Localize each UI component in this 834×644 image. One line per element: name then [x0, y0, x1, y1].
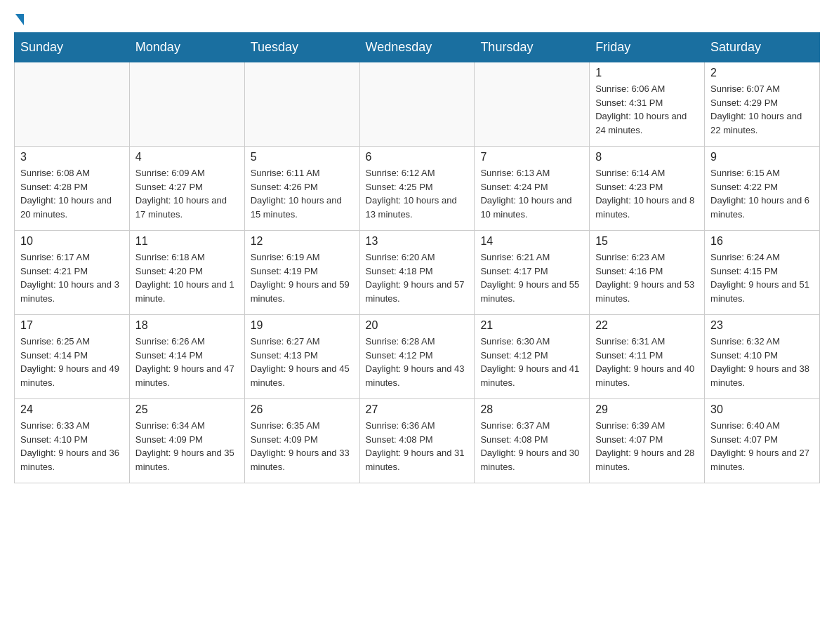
logo — [14, 14, 24, 25]
calendar-cell: 24Sunrise: 6:33 AMSunset: 4:10 PMDayligh… — [15, 399, 130, 483]
calendar-cell: 13Sunrise: 6:20 AMSunset: 4:18 PMDayligh… — [359, 231, 475, 315]
week-row-2: 3Sunrise: 6:08 AMSunset: 4:28 PMDaylight… — [15, 147, 820, 231]
day-info: Sunrise: 6:34 AMSunset: 4:09 PMDaylight:… — [135, 419, 239, 474]
calendar-cell: 4Sunrise: 6:09 AMSunset: 4:27 PMDaylight… — [129, 147, 244, 231]
calendar-cell: 21Sunrise: 6:30 AMSunset: 4:12 PMDayligh… — [475, 315, 590, 399]
day-info: Sunrise: 6:30 AMSunset: 4:12 PMDaylight:… — [480, 335, 583, 389]
weekday-header-wednesday: Wednesday — [359, 33, 475, 62]
day-info: Sunrise: 6:11 AMSunset: 4:26 PMDaylight:… — [251, 166, 354, 221]
week-row-5: 24Sunrise: 6:33 AMSunset: 4:10 PMDayligh… — [15, 399, 820, 483]
calendar-table: SundayMondayTuesdayWednesdayThursdayFrid… — [14, 32, 820, 483]
calendar-cell: 7Sunrise: 6:13 AMSunset: 4:24 PMDaylight… — [475, 147, 590, 231]
day-number: 2 — [710, 67, 814, 79]
weekday-header-friday: Friday — [590, 33, 705, 62]
calendar-cell: 20Sunrise: 6:28 AMSunset: 4:12 PMDayligh… — [359, 315, 475, 399]
weekday-header-monday: Monday — [129, 33, 244, 62]
day-info: Sunrise: 6:09 AMSunset: 4:27 PMDaylight:… — [135, 166, 239, 221]
calendar-cell: 12Sunrise: 6:19 AMSunset: 4:19 PMDayligh… — [244, 231, 359, 315]
day-number: 23 — [710, 319, 814, 332]
day-info: Sunrise: 6:31 AMSunset: 4:11 PMDaylight:… — [595, 335, 699, 389]
day-number: 17 — [20, 319, 124, 332]
calendar-cell: 11Sunrise: 6:18 AMSunset: 4:20 PMDayligh… — [129, 231, 244, 315]
calendar-cell — [359, 62, 475, 147]
day-info: Sunrise: 6:32 AMSunset: 4:10 PMDaylight:… — [710, 335, 814, 389]
day-info: Sunrise: 6:36 AMSunset: 4:08 PMDaylight:… — [366, 419, 469, 474]
calendar-cell: 29Sunrise: 6:39 AMSunset: 4:07 PMDayligh… — [590, 399, 705, 483]
calendar-cell: 27Sunrise: 6:36 AMSunset: 4:08 PMDayligh… — [359, 399, 475, 483]
calendar-cell: 16Sunrise: 6:24 AMSunset: 4:15 PMDayligh… — [705, 231, 820, 315]
day-number: 18 — [135, 319, 239, 332]
day-info: Sunrise: 6:35 AMSunset: 4:09 PMDaylight:… — [251, 419, 354, 474]
day-number: 4 — [135, 151, 239, 163]
calendar-cell: 14Sunrise: 6:21 AMSunset: 4:17 PMDayligh… — [475, 231, 590, 315]
calendar-cell: 2Sunrise: 6:07 AMSunset: 4:29 PMDaylight… — [705, 62, 820, 147]
day-number: 28 — [480, 403, 583, 416]
day-info: Sunrise: 6:19 AMSunset: 4:19 PMDaylight:… — [251, 250, 354, 305]
day-info: Sunrise: 6:33 AMSunset: 4:10 PMDaylight:… — [20, 419, 124, 474]
calendar-cell — [475, 62, 590, 147]
day-number: 14 — [480, 235, 583, 248]
day-number: 16 — [710, 235, 814, 248]
day-info: Sunrise: 6:08 AMSunset: 4:28 PMDaylight:… — [20, 166, 124, 221]
day-info: Sunrise: 6:12 AMSunset: 4:25 PMDaylight:… — [366, 166, 469, 221]
day-info: Sunrise: 6:13 AMSunset: 4:24 PMDaylight:… — [480, 166, 583, 221]
calendar-cell: 6Sunrise: 6:12 AMSunset: 4:25 PMDaylight… — [359, 147, 475, 231]
day-number: 26 — [251, 403, 354, 416]
weekday-header-sunday: Sunday — [15, 33, 130, 62]
day-number: 22 — [595, 319, 699, 332]
week-row-1: 1Sunrise: 6:06 AMSunset: 4:31 PMDaylight… — [15, 62, 820, 147]
weekday-header-saturday: Saturday — [705, 33, 820, 62]
day-number: 1 — [595, 67, 699, 79]
day-info: Sunrise: 6:17 AMSunset: 4:21 PMDaylight:… — [20, 250, 124, 305]
day-info: Sunrise: 6:28 AMSunset: 4:12 PMDaylight:… — [366, 335, 469, 389]
calendar-cell: 25Sunrise: 6:34 AMSunset: 4:09 PMDayligh… — [129, 399, 244, 483]
calendar-cell: 9Sunrise: 6:15 AMSunset: 4:22 PMDaylight… — [705, 147, 820, 231]
calendar-cell: 5Sunrise: 6:11 AMSunset: 4:26 PMDaylight… — [244, 147, 359, 231]
day-info: Sunrise: 6:39 AMSunset: 4:07 PMDaylight:… — [595, 419, 699, 474]
calendar-cell: 3Sunrise: 6:08 AMSunset: 4:28 PMDaylight… — [15, 147, 130, 231]
week-row-3: 10Sunrise: 6:17 AMSunset: 4:21 PMDayligh… — [15, 231, 820, 315]
day-number: 27 — [366, 403, 469, 416]
calendar-cell — [129, 62, 244, 147]
weekday-header-thursday: Thursday — [475, 33, 590, 62]
page-header — [14, 14, 820, 25]
day-info: Sunrise: 6:25 AMSunset: 4:14 PMDaylight:… — [20, 335, 124, 389]
day-info: Sunrise: 6:37 AMSunset: 4:08 PMDaylight:… — [480, 419, 583, 474]
week-row-4: 17Sunrise: 6:25 AMSunset: 4:14 PMDayligh… — [15, 315, 820, 399]
calendar-cell: 22Sunrise: 6:31 AMSunset: 4:11 PMDayligh… — [590, 315, 705, 399]
day-info: Sunrise: 6:15 AMSunset: 4:22 PMDaylight:… — [710, 166, 814, 221]
day-number: 6 — [366, 151, 469, 163]
weekday-header-row: SundayMondayTuesdayWednesdayThursdayFrid… — [15, 33, 820, 62]
day-number: 13 — [366, 235, 469, 248]
day-info: Sunrise: 6:06 AMSunset: 4:31 PMDaylight:… — [595, 82, 699, 137]
logo-arrow-icon — [15, 14, 24, 25]
calendar-cell: 15Sunrise: 6:23 AMSunset: 4:16 PMDayligh… — [590, 231, 705, 315]
calendar-cell: 26Sunrise: 6:35 AMSunset: 4:09 PMDayligh… — [244, 399, 359, 483]
day-info: Sunrise: 6:24 AMSunset: 4:15 PMDaylight:… — [710, 250, 814, 305]
calendar-cell: 1Sunrise: 6:06 AMSunset: 4:31 PMDaylight… — [590, 62, 705, 147]
day-info: Sunrise: 6:40 AMSunset: 4:07 PMDaylight:… — [710, 419, 814, 474]
calendar-cell: 18Sunrise: 6:26 AMSunset: 4:14 PMDayligh… — [129, 315, 244, 399]
calendar-cell: 8Sunrise: 6:14 AMSunset: 4:23 PMDaylight… — [590, 147, 705, 231]
calendar-cell: 28Sunrise: 6:37 AMSunset: 4:08 PMDayligh… — [475, 399, 590, 483]
day-number: 5 — [251, 151, 354, 163]
day-number: 7 — [480, 151, 583, 163]
calendar-cell: 17Sunrise: 6:25 AMSunset: 4:14 PMDayligh… — [15, 315, 130, 399]
calendar-cell — [244, 62, 359, 147]
day-number: 12 — [251, 235, 354, 248]
day-number: 10 — [20, 235, 124, 248]
calendar-cell: 10Sunrise: 6:17 AMSunset: 4:21 PMDayligh… — [15, 231, 130, 315]
weekday-header-tuesday: Tuesday — [244, 33, 359, 62]
calendar-cell: 19Sunrise: 6:27 AMSunset: 4:13 PMDayligh… — [244, 315, 359, 399]
day-info: Sunrise: 6:18 AMSunset: 4:20 PMDaylight:… — [135, 250, 239, 305]
day-number: 3 — [20, 151, 124, 163]
day-info: Sunrise: 6:27 AMSunset: 4:13 PMDaylight:… — [251, 335, 354, 389]
day-info: Sunrise: 6:14 AMSunset: 4:23 PMDaylight:… — [595, 166, 699, 221]
day-number: 30 — [710, 403, 814, 416]
day-number: 25 — [135, 403, 239, 416]
day-number: 15 — [595, 235, 699, 248]
day-number: 29 — [595, 403, 699, 416]
day-number: 9 — [710, 151, 814, 163]
calendar-cell: 23Sunrise: 6:32 AMSunset: 4:10 PMDayligh… — [705, 315, 820, 399]
day-number: 11 — [135, 235, 239, 248]
